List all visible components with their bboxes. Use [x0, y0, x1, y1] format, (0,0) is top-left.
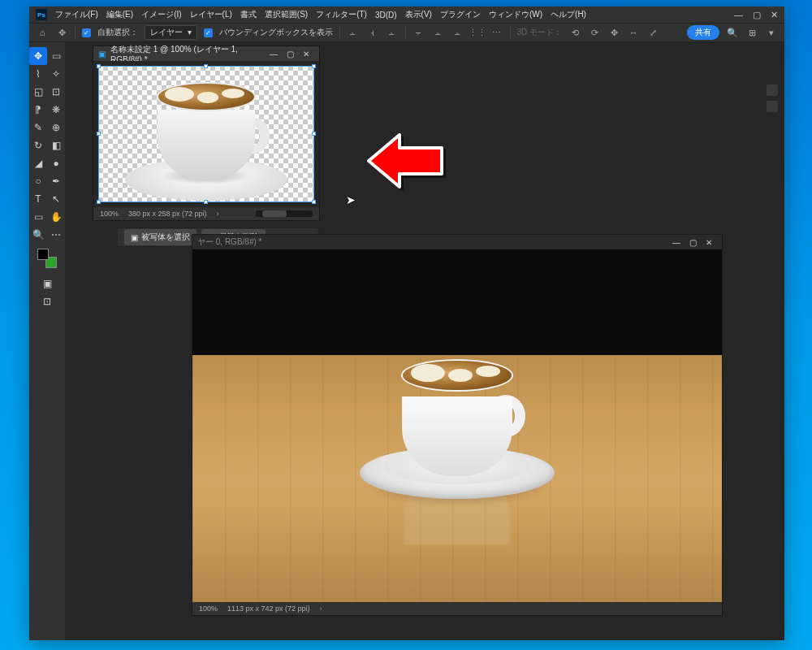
doc2-zoom[interactable]: 100% [199, 604, 218, 613]
arrange-icon[interactable]: ▾ [765, 26, 778, 39]
align-middle-icon[interactable]: ⫠ [432, 26, 445, 39]
orbit-icon[interactable]: ⟲ [568, 26, 581, 39]
doc1-scrollbar[interactable] [256, 210, 313, 217]
path-tool[interactable]: ↖ [47, 190, 65, 208]
doc2-minimize[interactable]: — [668, 236, 685, 249]
collapsed-panels[interactable] [767, 84, 780, 112]
panel-icon-2[interactable] [767, 101, 778, 112]
doc2-titlebar[interactable]: ヤー 0, RGB/8#) * — ▢ ✕ [192, 235, 722, 249]
move-tool-icon[interactable]: ✥ [55, 26, 68, 39]
doc1-zoom[interactable]: 100% [100, 210, 119, 218]
screenmode-tool[interactable]: ⊡ [38, 292, 56, 310]
doc1-maximize[interactable]: ▢ [282, 47, 298, 60]
search-icon[interactable]: 🔍 [726, 26, 739, 39]
type-tool[interactable]: T [29, 190, 47, 208]
menu-layer[interactable]: レイヤー(L) [190, 9, 232, 20]
auto-select-dropdown[interactable]: レイヤー ▾ [145, 25, 197, 40]
menu-edit[interactable]: 編集(E) [106, 9, 133, 20]
auto-select-checkbox[interactable]: ✓ [82, 28, 91, 37]
doc2-maximize[interactable]: ▢ [685, 236, 701, 249]
lasso-tool[interactable]: ⌇ [29, 65, 47, 83]
doc2-canvas[interactable] [192, 249, 722, 602]
slide-icon[interactable]: ↔ [627, 26, 640, 39]
doc1-dims[interactable]: 380 px x 258 px (72 ppi) [128, 210, 207, 218]
ps-logo-icon: Ps [36, 9, 47, 20]
edit-toolbar[interactable]: ⋯ [47, 226, 65, 244]
handle-bottom-right[interactable] [312, 200, 316, 204]
window-maximize-icon[interactable]: ▢ [753, 10, 761, 20]
menu-file[interactable]: ファイル(F) [55, 9, 98, 20]
handle-left-center[interactable] [97, 132, 101, 136]
stamp-tool[interactable]: ⊕ [47, 119, 65, 136]
workspace-icon[interactable]: ⊞ [745, 26, 758, 39]
move-tool[interactable]: ✥ [29, 47, 47, 65]
share-button[interactable]: 共有 [687, 25, 719, 40]
doc2-status-chevron[interactable]: › [320, 604, 322, 613]
handle-top-right[interactable] [312, 64, 316, 68]
scale-3d-icon[interactable]: ⤢ [646, 26, 659, 39]
stamp-icon: ▣ [131, 233, 138, 242]
crop-tool[interactable]: ◱ [29, 83, 47, 101]
doc1-titlebar[interactable]: ▣ 名称未設定 1 @ 100% (レイヤー 1, RGB/8#) * — ▢ … [93, 46, 319, 61]
distribute-icon[interactable]: ⋮⋮ [471, 26, 484, 39]
doc1-status-chevron[interactable]: › [217, 210, 219, 218]
panel-icon-1[interactable] [767, 84, 778, 96]
align-left-icon[interactable]: ⫠ [347, 26, 360, 39]
brush-tool[interactable]: ✎ [29, 119, 47, 136]
quickmask-tool[interactable]: ▣ [38, 275, 56, 292]
doc1-statusbar: 100% 380 px x 258 px (72 ppi) › [93, 207, 319, 220]
align-bottom-icon[interactable]: ⫠ [451, 26, 464, 39]
handle-bottom-center[interactable] [204, 200, 208, 204]
menu-view[interactable]: 表示(V) [405, 9, 432, 20]
align-center-icon[interactable]: ⫞ [366, 26, 379, 39]
menu-filter[interactable]: フィルター(T) [316, 9, 367, 20]
window-minimize-icon[interactable]: — [734, 10, 743, 20]
menu-3d[interactable]: 3D(D) [375, 11, 397, 20]
gradient-tool[interactable]: ◢ [29, 154, 47, 172]
marquee-tool[interactable]: ▭ [47, 47, 65, 65]
quick-select-tool[interactable]: ✧ [47, 65, 65, 83]
home-icon[interactable]: ⌂ [36, 26, 49, 39]
doc2-title: ヤー 0, RGB/8#) * [197, 236, 261, 248]
zoom-tool[interactable]: 🔍 [29, 226, 47, 244]
bbox-checkbox[interactable]: ✓ [204, 28, 213, 37]
toolbar: ✥▭ ⌇✧ ◱⊡ ⁋❋ ✎⊕ ↻◧ ◢● ○✒ T↖ ▭✋ 🔍⋯ ▣ ⊡ [29, 42, 65, 640]
doc1-close[interactable]: ✕ [298, 47, 314, 60]
align-top-icon[interactable]: ⫟ [412, 26, 425, 39]
eyedropper-tool[interactable]: ⁋ [29, 101, 47, 119]
history-brush-tool[interactable]: ↻ [29, 136, 47, 154]
handle-top-left[interactable] [97, 64, 101, 68]
healing-tool[interactable]: ❋ [47, 101, 65, 119]
blur-tool[interactable]: ● [47, 154, 65, 172]
eraser-tool[interactable]: ◧ [47, 136, 65, 154]
menu-help[interactable]: ヘルプ(H) [551, 9, 586, 20]
hand-tool[interactable]: ✋ [47, 208, 65, 226]
handle-top-center[interactable] [204, 64, 208, 68]
red-arrow-annotation [361, 128, 450, 193]
shape-tool[interactable]: ▭ [29, 208, 47, 226]
pan-icon[interactable]: ✥ [607, 26, 620, 39]
menu-window[interactable]: ウィンドウ(W) [489, 9, 542, 20]
doc1-canvas[interactable] [93, 61, 319, 207]
doc2-dims[interactable]: 1113 px x 742 px (72 ppi) [227, 604, 310, 613]
handle-bottom-left[interactable] [97, 200, 101, 204]
dodge-tool[interactable]: ○ [29, 172, 47, 190]
select-subject-button[interactable]: ▣被写体を選択 [124, 229, 197, 245]
frame-tool[interactable]: ⊡ [47, 83, 65, 101]
window-close-icon[interactable]: ✕ [771, 10, 778, 20]
align-right-icon[interactable]: ⫠ [386, 26, 399, 39]
color-swatch[interactable] [37, 249, 57, 268]
menu-image[interactable]: イメージ(I) [141, 9, 181, 20]
menu-plugin[interactable]: プラグイン [440, 9, 481, 20]
pen-tool[interactable]: ✒ [47, 172, 65, 190]
transform-box[interactable] [98, 66, 314, 202]
options-bar: ⌂ ✥ ✓ 自動選択： レイヤー ▾ ✓ バウンディングボックスを表示 ⫠ ⫞ … [29, 23, 784, 42]
menu-select[interactable]: 選択範囲(S) [265, 9, 308, 20]
doc1-minimize[interactable]: — [266, 47, 282, 60]
roll-icon[interactable]: ⟳ [588, 26, 601, 39]
doc2-close[interactable]: ✕ [701, 236, 717, 249]
workarea: ✥▭ ⌇✧ ◱⊡ ⁋❋ ✎⊕ ↻◧ ◢● ○✒ T↖ ▭✋ 🔍⋯ ▣ ⊡ ▣ 名… [29, 42, 784, 640]
more-icon[interactable]: ⋯ [490, 26, 503, 39]
handle-right-center[interactable] [312, 132, 316, 136]
menu-type[interactable]: 書式 [240, 9, 257, 20]
